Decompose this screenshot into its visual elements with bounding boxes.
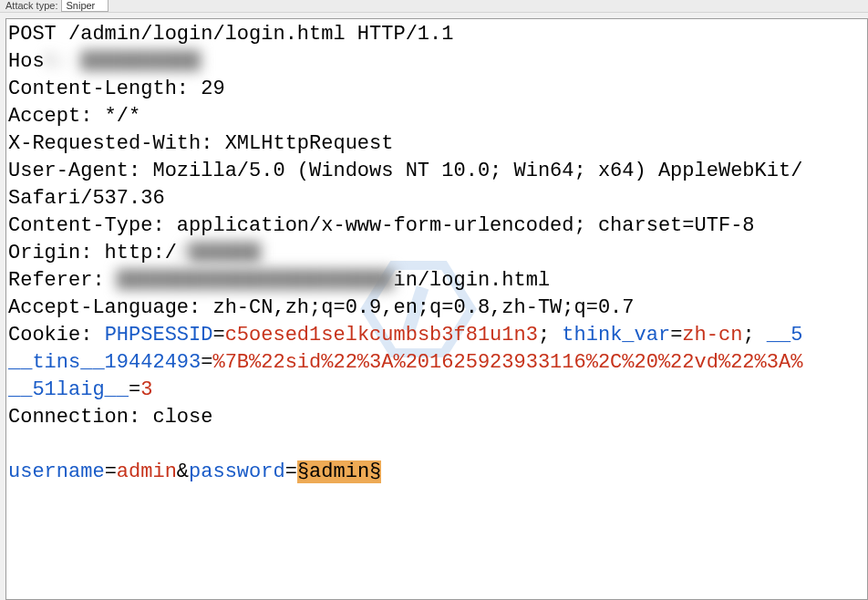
request-line: POST /admin/login/login.html HTTP/1.1 bbox=[8, 23, 453, 46]
cookie-header-cont1: __tins__19442493=%7B%22sid%22%3A%2016259… bbox=[8, 351, 802, 374]
connection-header: Connection: close bbox=[8, 406, 212, 429]
attack-type-value: Sniper bbox=[66, 0, 95, 11]
editor-container: POST /admin/login/login.html HTTP/1.1 Ho… bbox=[0, 13, 868, 600]
cookie-header: Cookie: PHPSESSID=c5oesed1selkcumbsb3f81… bbox=[8, 324, 802, 347]
user-agent-header-cont: Safari/537.36 bbox=[8, 187, 165, 210]
x-requested-with-header: X-Requested-With: XMLHttpRequest bbox=[8, 132, 393, 155]
content-type-header: Content-Type: application/x-www-form-url… bbox=[8, 214, 755, 237]
accept-language-header: Accept-Language: zh-CN,zh;q=0.9,en;q=0.8… bbox=[8, 296, 635, 319]
request-editor[interactable]: POST /admin/login/login.html HTTP/1.1 Ho… bbox=[5, 18, 868, 600]
content-length-header: Content-Length: 29 bbox=[8, 78, 225, 100]
cookie-header-cont2: __51laig__=3 bbox=[8, 378, 152, 401]
attack-type-select[interactable]: Sniper bbox=[61, 0, 108, 12]
referer-header: Referer: ███████████████████████in/login… bbox=[8, 269, 550, 292]
request-text[interactable]: POST /admin/login/login.html HTTP/1.1 Ho… bbox=[6, 19, 867, 599]
host-header: Host: ██████████ bbox=[8, 50, 201, 73]
attack-type-toolbar: Attack type: Sniper bbox=[0, 0, 868, 13]
user-agent-header: User-Agent: Mozilla/5.0 (Windows NT 10.0… bbox=[8, 160, 802, 182]
request-body: username=admin&password=§admin§ bbox=[8, 460, 381, 483]
payload-marker[interactable]: §admin§ bbox=[297, 460, 381, 483]
accept-header: Accept: */* bbox=[8, 105, 140, 128]
attack-type-label: Attack type: bbox=[5, 0, 57, 11]
origin-header: Origin: http://██████ bbox=[8, 242, 261, 264]
